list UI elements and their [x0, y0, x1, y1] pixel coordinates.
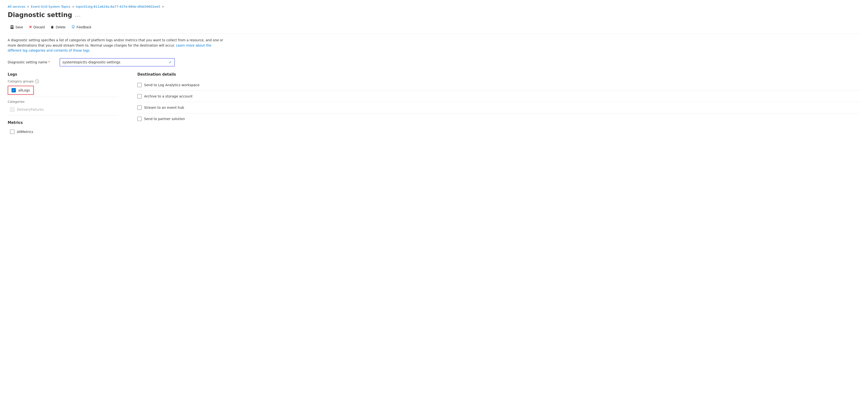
breadcrumb-sep-2: >: [72, 5, 74, 8]
page-title-ellipsis: ...: [75, 12, 81, 18]
dest-event-hub-row[interactable]: Stream to an event hub: [137, 102, 860, 113]
dest-log-analytics-checkbox[interactable]: [137, 83, 142, 87]
logs-heading: Logs: [8, 72, 118, 76]
destination-heading: Destination details: [137, 72, 860, 76]
alllogs-row[interactable]: allLogs: [8, 86, 34, 95]
dest-event-hub-label: Stream to an event hub: [144, 106, 184, 109]
category-groups-label: Category groups: [8, 79, 34, 83]
all-metrics-row[interactable]: AllMetrics: [8, 128, 118, 136]
logs-section: Logs Category groups i allLogs Categorie…: [8, 72, 118, 114]
setting-name-row: Diagnostic setting name * systemtopic01-…: [8, 58, 860, 66]
breadcrumb-sep-1: >: [27, 5, 30, 8]
breadcrumb-event-grid[interactable]: Event Grid System Topics: [31, 5, 71, 8]
delivery-failures-label: DeliveryFailures: [17, 107, 43, 111]
description: A diagnostic setting specifies a list of…: [8, 38, 224, 53]
divider-2: [8, 116, 118, 116]
category-groups-label-row: Category groups i: [8, 79, 118, 83]
page-title-container: Diagnostic setting ...: [8, 11, 860, 19]
save-button[interactable]: Save: [8, 24, 26, 31]
divider-1: [8, 97, 118, 97]
dest-storage-row[interactable]: Archive to a storage account: [137, 91, 860, 102]
page-title: Diagnostic setting: [8, 11, 72, 19]
dest-storage-checkbox[interactable]: [137, 94, 142, 98]
svg-rect-2: [11, 27, 13, 29]
delete-icon: [51, 25, 54, 29]
alllogs-label: allLogs: [18, 88, 30, 92]
metrics-heading: Metrics: [8, 121, 118, 125]
categories-label: Categories: [8, 100, 118, 103]
feedback-label: Feedback: [76, 25, 91, 29]
breadcrumb-all-services[interactable]: All services: [8, 5, 26, 8]
dest-log-analytics-row[interactable]: Send to Log Analytics workspace: [137, 79, 860, 91]
svg-point-3: [72, 26, 74, 28]
svg-rect-1: [11, 26, 13, 27]
dest-storage-label: Archive to a storage account: [144, 94, 193, 98]
alllogs-checkbox[interactable]: [11, 88, 16, 92]
breadcrumb: All services > Event Grid System Topics …: [8, 5, 860, 8]
dest-partner-row[interactable]: Send to partner solution: [137, 113, 860, 124]
all-metrics-label: AllMetrics: [17, 130, 33, 134]
main-content: Logs Category groups i allLogs Categorie…: [8, 72, 860, 136]
right-panel: Destination details Send to Log Analytic…: [128, 72, 860, 136]
required-star: *: [48, 60, 50, 64]
all-metrics-checkbox[interactable]: [10, 130, 14, 134]
setting-name-label: Diagnostic setting name *: [8, 60, 56, 64]
save-icon: [10, 25, 14, 29]
dest-partner-label: Send to partner solution: [144, 117, 185, 121]
delete-button[interactable]: Delete: [48, 24, 68, 31]
discard-label: Discard: [33, 25, 45, 29]
setting-name-value: systemtopic01-diagnostic-settings: [62, 60, 120, 64]
discard-button[interactable]: ✕ Discard: [26, 23, 47, 31]
breadcrumb-sep-3: >: [162, 5, 164, 8]
discard-icon: ✕: [29, 25, 32, 29]
left-panel: Logs Category groups i allLogs Categorie…: [8, 72, 128, 136]
feedback-button[interactable]: Feedback: [69, 24, 94, 31]
dest-partner-checkbox[interactable]: [137, 117, 142, 121]
delete-label: Delete: [56, 25, 65, 29]
save-label: Save: [16, 25, 23, 29]
feedback-icon: [71, 25, 75, 29]
toolbar: Save ✕ Discard Delete Feedback: [8, 23, 860, 34]
delivery-failures-checkbox[interactable]: [10, 107, 14, 111]
setting-name-input[interactable]: systemtopic01-diagnostic-settings ✓: [60, 58, 175, 66]
delivery-failures-row[interactable]: DeliveryFailures: [8, 105, 118, 114]
category-groups-info-icon[interactable]: i: [35, 79, 39, 83]
dest-log-analytics-label: Send to Log Analytics workspace: [144, 83, 199, 87]
dest-event-hub-checkbox[interactable]: [137, 105, 142, 110]
metrics-section: Metrics AllMetrics: [8, 121, 118, 136]
breadcrumb-topic[interactable]: topic01stg-811a624a-8a77-437e-89de-dfeb5…: [76, 5, 160, 8]
checkmark-icon: ✓: [169, 60, 172, 65]
